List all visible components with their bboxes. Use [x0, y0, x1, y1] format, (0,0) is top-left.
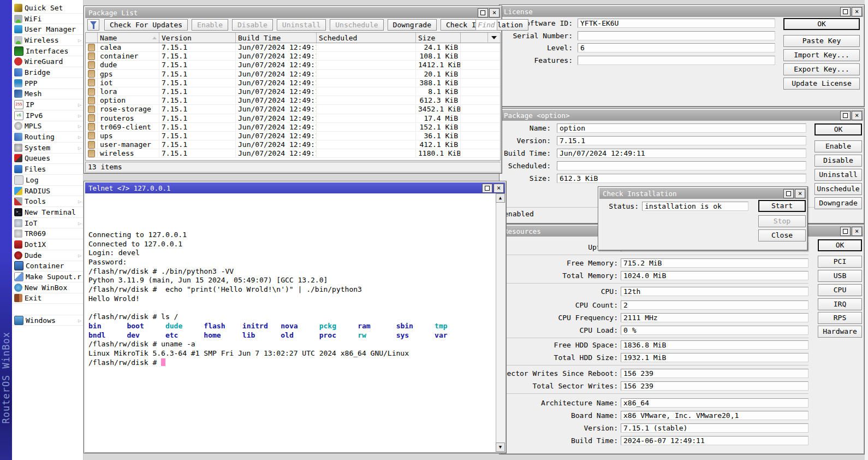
sidebar-item-exit[interactable]: Exit	[12, 293, 83, 304]
close-icon[interactable]: ×	[852, 7, 862, 16]
pci-button[interactable]: PCI	[818, 256, 862, 268]
sidebar-item-dude[interactable]: Dude▷	[12, 250, 83, 261]
sidebar-item-wireless[interactable]: Wireless▷	[12, 35, 83, 46]
package-row-tr069-client[interactable]: tr069-client7.15.1Jun/07/2024 12:49:1115…	[86, 123, 500, 132]
scroll-up-icon[interactable]: ▲	[496, 193, 505, 203]
package-row-calea[interactable]: calea7.15.1Jun/07/2024 12:49:1124.1 KiB	[86, 43, 500, 52]
sidebar-item-wireguard[interactable]: WireGuard	[12, 56, 83, 67]
find-input[interactable]: Find	[475, 19, 497, 31]
column-header-size[interactable]: Size	[416, 33, 461, 43]
check-installation-titlebar[interactable]: Check Installation ×	[599, 188, 806, 199]
close-icon[interactable]: ×	[489, 8, 500, 17]
enable-button[interactable]: Enable	[815, 140, 862, 152]
level-field[interactable]: 6	[578, 43, 775, 52]
cpu-count-field[interactable]: 2	[621, 300, 808, 310]
version-field[interactable]: 7.15.1 (stable)	[621, 423, 808, 433]
sidebar-item-container[interactable]: Container	[12, 261, 83, 272]
hardware-button[interactable]: Hardware	[818, 326, 862, 338]
start-button[interactable]: Start	[758, 200, 806, 212]
downgrade-button[interactable]: Downgrade	[388, 19, 437, 31]
downgrade-button[interactable]: Downgrade	[815, 197, 862, 209]
export-key-button[interactable]: Export Key...	[783, 63, 860, 75]
terminal-output[interactable]: Connecting to 127.0.0.1Connected to 127.…	[85, 193, 496, 452]
stop-button[interactable]: Stop	[758, 215, 806, 227]
cpu-field[interactable]: 12th	[621, 287, 808, 296]
scheduled-field[interactable]	[557, 161, 806, 170]
minimize-button[interactable]	[482, 184, 492, 193]
software-id-field[interactable]: YFTK-EK6U	[578, 19, 775, 28]
sidebar-item-files[interactable]: Files	[12, 164, 83, 175]
version-field[interactable]: 7.15.1	[557, 136, 806, 145]
package-row-routeros[interactable]: routeros7.15.1Jun/07/2024 12:49:1117.4 M…	[86, 114, 500, 123]
sidebar-item-new-terminal[interactable]: New Terminal	[12, 207, 83, 218]
package-option-titlebar[interactable]: Package <option> ×	[501, 110, 863, 121]
scrollbar-track[interactable]	[496, 193, 505, 452]
sidebar-item-ipv6[interactable]: IPv6▷	[12, 110, 83, 121]
package-row-container[interactable]: container7.15.1Jun/07/2024 12:49:11108.1…	[86, 52, 500, 61]
size-field[interactable]: 612.3 KiB	[557, 174, 806, 183]
uninstall-button[interactable]: Uninstall	[277, 19, 326, 31]
sidebar-item-bridge[interactable]: Bridge	[12, 67, 83, 78]
telnet-titlebar[interactable]: Telnet <7> 127.0.0.1 ×	[85, 182, 505, 193]
sidebar-item-make-supout-rif[interactable]: Make Supout.rif	[12, 272, 83, 282]
usb-button[interactable]: USB	[818, 270, 862, 282]
architecture-name-field[interactable]: x86_64	[621, 398, 808, 408]
minimize-button[interactable]	[840, 111, 851, 120]
sidebar-item-queues[interactable]: Queues	[12, 154, 83, 164]
filter-button[interactable]	[87, 19, 99, 31]
board-name-field[interactable]: x86 VMware, Inc. VMware20,1	[621, 411, 808, 420]
sidebar-item-windows[interactable]: Windows▷	[12, 315, 83, 326]
disable-button[interactable]: Disable	[815, 155, 862, 167]
irq-button[interactable]: IRQ	[818, 298, 862, 310]
ok-button[interactable]: OK	[783, 18, 860, 30]
minimize-button[interactable]	[840, 227, 851, 236]
close-icon[interactable]: ×	[852, 227, 862, 236]
close-icon[interactable]: ×	[852, 111, 862, 120]
rps-button[interactable]: RPS	[818, 312, 862, 324]
sidebar-item-system[interactable]: System▷	[12, 143, 83, 154]
column-header-version[interactable]: Version	[159, 33, 236, 43]
total-hdd-size-field[interactable]: 1932.1 MiB	[621, 353, 808, 362]
package-row-ups[interactable]: ups7.15.1Jun/07/2024 12:49:1136.1 KiB	[86, 132, 500, 140]
sidebar-item-radius[interactable]: RADIUS	[12, 186, 83, 197]
free-hdd-space-field[interactable]: 1836.8 MiB	[621, 340, 808, 350]
sidebar-item-interfaces[interactable]: Interfaces	[12, 46, 83, 57]
ok-button[interactable]: OK	[818, 239, 862, 251]
close-icon[interactable]: ×	[494, 184, 504, 193]
minimize-button[interactable]	[840, 7, 851, 16]
package-row-dude[interactable]: dude7.15.1Jun/07/2024 12:49:111412.1 KiB	[86, 61, 500, 69]
unschedule-button[interactable]: Unschedule	[330, 19, 383, 31]
icon-column-header[interactable]	[86, 33, 98, 43]
sidebar-item-dot1x[interactable]: Dot1X	[12, 239, 83, 250]
status-field[interactable]: installation is ok	[642, 202, 748, 211]
sidebar-item-new-winbox[interactable]: New WinBox	[12, 282, 83, 293]
package-list-titlebar[interactable]: Package List ×	[85, 7, 501, 18]
package-row-user-manager[interactable]: user-manager7.15.1Jun/07/2024 12:49:1141…	[86, 140, 500, 149]
package-row-option[interactable]: option7.15.1Jun/07/2024 12:49:11612.3 Ki…	[86, 96, 500, 105]
sector-writes-since-reboot-field[interactable]: 156 239	[621, 369, 808, 378]
build-time-field[interactable]: 2024-06-07 12:49:11	[621, 436, 808, 445]
name-field[interactable]: option	[557, 123, 806, 133]
column-selector-button[interactable]	[487, 33, 500, 42]
total-sector-writes-field[interactable]: 156 239	[621, 381, 808, 391]
sidebar-item-ppp[interactable]: PPP	[12, 78, 83, 89]
column-header-build-time[interactable]: Build Time	[236, 33, 317, 43]
paste-key-button[interactable]: Paste Key	[783, 35, 860, 47]
sidebar-item-quick-set[interactable]: Quick Set	[12, 3, 83, 14]
cpu-frequency-field[interactable]: 2111 MHz	[621, 313, 808, 322]
minimize-button[interactable]	[783, 189, 794, 198]
free-memory-field[interactable]: 715.2 MiB	[621, 258, 808, 268]
sidebar-item-mesh[interactable]: Mesh	[12, 89, 83, 100]
sidebar-item-tools[interactable]: Tools▷	[12, 196, 83, 207]
column-header-scheduled[interactable]: Scheduled	[317, 33, 416, 43]
close-icon[interactable]: ×	[795, 189, 805, 198]
sidebar-item-mpls[interactable]: MPLS▷	[12, 121, 83, 132]
update-license-key-button[interactable]: Update License Key	[783, 78, 860, 90]
sidebar-item-tr069[interactable]: TR069	[12, 228, 83, 239]
serial-number-field[interactable]	[578, 31, 775, 40]
package-row-iot[interactable]: iot7.15.1Jun/07/2024 12:49:11388.1 KiB	[86, 79, 500, 87]
import-key-button[interactable]: Import Key...	[783, 49, 860, 61]
package-row-rose-storage[interactable]: rose-storage7.15.1Jun/07/2024 12:49:1134…	[86, 105, 500, 114]
scroll-down-icon[interactable]: ▼	[496, 443, 505, 452]
enable-button[interactable]: Enable	[192, 19, 228, 31]
